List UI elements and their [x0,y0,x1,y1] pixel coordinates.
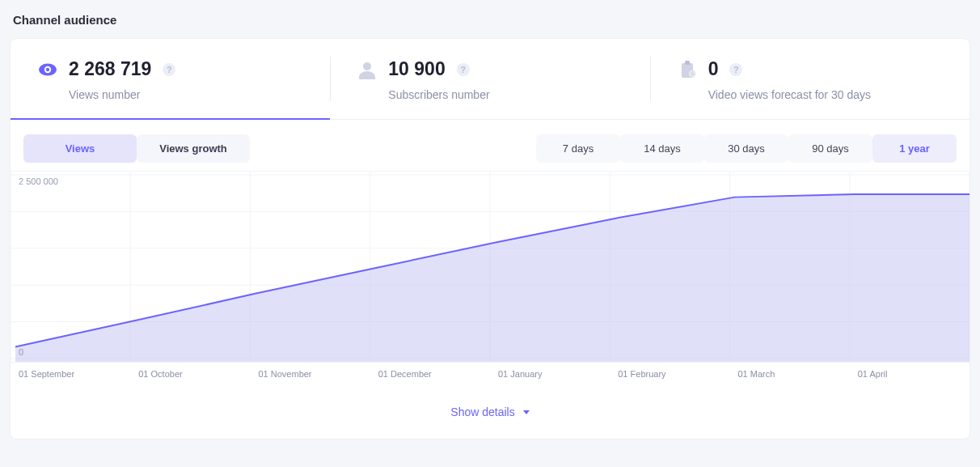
x-tick: 01 April [850,369,969,379]
show-details-row: Show details [11,382,969,439]
range-toggle: 7 days 14 days 30 days 90 days 1 year [536,134,957,163]
stat-forecast-value: 0 [708,58,719,80]
svg-rect-5 [685,61,690,65]
x-tick: 01 September [11,369,130,379]
x-tick: 01 December [370,369,490,379]
x-axis: 01 September 01 October 01 November 01 D… [11,362,969,382]
stat-views-value: 2 268 719 [69,58,151,80]
views-chart: 2 500 000 0 [11,171,969,362]
metric-toggle: Views Views growth [23,134,250,163]
x-tick: 01 November [251,369,370,379]
user-icon [357,60,377,79]
range-7-days[interactable]: 7 days [536,134,620,163]
x-tick: 01 March [730,369,850,379]
stat-views[interactable]: 2 268 719 ? Views number [11,39,330,119]
stat-forecast-label: Video views forecast for 30 days [678,88,953,101]
svg-point-3 [363,62,371,70]
stats-row: 2 268 719 ? Views number 10 900 ? [11,39,969,119]
clipboard-icon [678,60,697,79]
chevron-down-icon [523,410,530,414]
help-icon[interactable]: ? [729,63,742,76]
range-1-year[interactable]: 1 year [872,134,957,163]
controls-row: Views Views growth 7 days 14 days 30 day… [11,120,969,171]
show-details-label: Show details [450,405,514,418]
x-tick: 01 October [130,369,250,379]
y-tick-top: 2 500 000 [19,176,58,186]
stat-subscribers[interactable]: 10 900 ? Subscribers number [330,39,649,119]
range-30-days[interactable]: 30 days [704,134,788,163]
help-icon[interactable]: ? [457,63,470,76]
chart-container: 2 500 000 0 01 September 01 October 01 N… [11,171,969,439]
section-title: Channel audience [13,13,970,27]
audience-card: 2 268 719 ? Views number 10 900 ? [10,38,970,439]
stat-views-label: Views number [38,88,314,101]
metric-views-growth[interactable]: Views growth [137,134,250,163]
y-tick-bottom: 0 [19,347,23,357]
active-tab-underline [11,118,330,120]
x-tick: 01 January [490,369,610,379]
metric-views[interactable]: Views [23,134,137,163]
range-14-days[interactable]: 14 days [620,134,704,163]
svg-rect-8 [691,74,694,74]
svg-point-2 [46,67,49,70]
eye-icon [38,60,57,79]
stat-forecast[interactable]: 0 ? Video views forecast for 30 days [650,39,969,119]
range-90-days[interactable]: 90 days [788,134,872,163]
show-details-button[interactable]: Show details [450,405,529,418]
x-tick: 01 February [610,369,729,379]
stat-subscribers-value: 10 900 [388,58,445,80]
help-icon[interactable]: ? [163,63,175,76]
stat-subscribers-label: Subscribers number [357,88,633,101]
